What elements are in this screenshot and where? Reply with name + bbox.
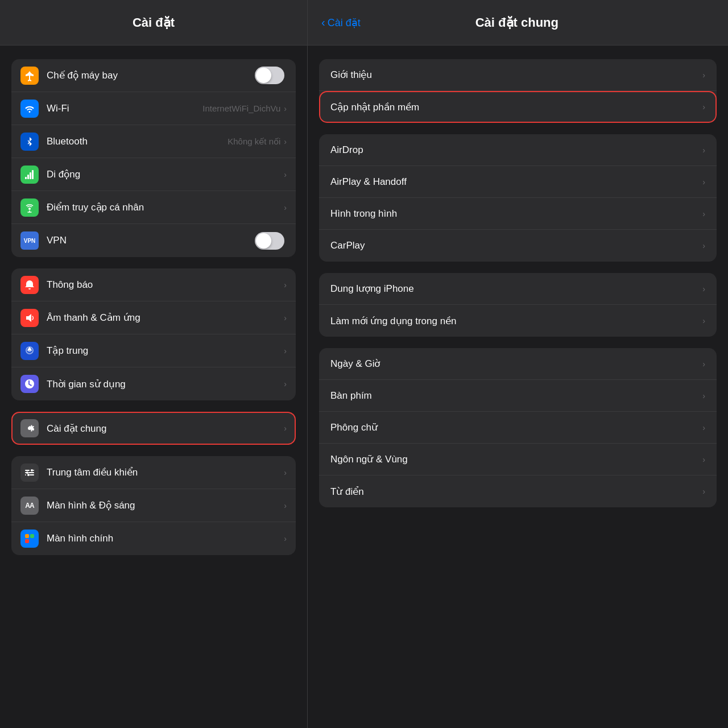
general-row[interactable]: Cài đặt chung › bbox=[11, 412, 296, 445]
dictionary-row[interactable]: Từ điển › bbox=[319, 475, 717, 507]
back-button[interactable]: ‹ Cài đặt bbox=[321, 16, 361, 29]
vpn-row[interactable]: VPN VPN bbox=[11, 224, 296, 257]
dictionary-chevron: › bbox=[702, 487, 705, 496]
hotspot-row[interactable]: Điểm truy cập cá nhân › bbox=[11, 191, 296, 224]
bluetooth-label: Bluetooth bbox=[47, 136, 228, 147]
svg-rect-17 bbox=[25, 539, 29, 543]
iphonestorage-row[interactable]: Dung lượng iPhone › bbox=[319, 273, 717, 305]
homescreen-icon-box bbox=[20, 530, 39, 548]
right-title-bar: ‹ Cài đặt Cài đặt chung bbox=[308, 0, 728, 46]
svg-rect-14 bbox=[30, 474, 34, 475]
softwareupdate-row[interactable]: Cập nhật phần mềm › bbox=[319, 91, 717, 123]
svg-rect-0 bbox=[25, 177, 27, 179]
right-group-datetime: Ngày & Giờ › Bàn phím › Phông chữ › Ngôn… bbox=[319, 348, 717, 507]
wifi-row[interactable]: Wi-Fi InternetWiFi_DichVu › bbox=[11, 92, 296, 125]
datetime-row[interactable]: Ngày & Giờ › bbox=[319, 348, 717, 380]
airdrop-row[interactable]: AirDrop › bbox=[319, 134, 717, 166]
airplane-row[interactable]: Chế độ máy bay bbox=[11, 59, 296, 92]
display-label: Màn hình & Độ sáng bbox=[47, 499, 284, 511]
hotspot-label: Điểm truy cập cá nhân bbox=[47, 201, 284, 213]
vpn-label: VPN bbox=[47, 235, 255, 246]
display-group: Trung tâm điều khiển › AA Màn hình & Độ … bbox=[11, 456, 296, 555]
vpn-toggle[interactable] bbox=[255, 232, 284, 250]
svg-rect-7 bbox=[25, 472, 27, 473]
wifi-chevron: › bbox=[284, 104, 287, 113]
screentime-chevron: › bbox=[284, 379, 287, 388]
focus-row[interactable]: Tập trung › bbox=[11, 334, 296, 367]
sounds-icon-box bbox=[20, 309, 39, 327]
wifi-icon-box bbox=[20, 100, 39, 118]
vpn-icon-box: VPN bbox=[20, 231, 39, 250]
datetime-label: Ngày & Giờ bbox=[330, 358, 702, 370]
backgroundrefresh-label: Làm mới ứng dụng trong nền bbox=[330, 315, 702, 327]
homescreen-label: Màn hình chính bbox=[47, 533, 284, 544]
keyboard-row[interactable]: Bàn phím › bbox=[319, 380, 717, 412]
carplay-label: CarPlay bbox=[330, 240, 702, 251]
iphonestorage-chevron: › bbox=[702, 284, 705, 293]
display-chevron: › bbox=[284, 501, 287, 510]
right-panel: ‹ Cài đặt Cài đặt chung Giới thiệu › Cập… bbox=[308, 0, 728, 728]
right-content: Giới thiệu › Cập nhật phần mềm › AirDrop… bbox=[308, 46, 728, 521]
general-label: Cài đặt chung bbox=[47, 423, 284, 435]
svg-rect-15 bbox=[25, 534, 29, 538]
font-chevron: › bbox=[702, 423, 705, 432]
about-chevron: › bbox=[702, 71, 705, 80]
homescreen-row[interactable]: Màn hình chính › bbox=[11, 522, 296, 555]
notifications-icon-box bbox=[20, 276, 39, 294]
controlcenter-label: Trung tâm điều khiển bbox=[47, 466, 284, 478]
backgroundrefresh-chevron: › bbox=[702, 316, 705, 325]
controlcenter-row[interactable]: Trung tâm điều khiển › bbox=[11, 456, 296, 489]
svg-marker-5 bbox=[26, 314, 31, 322]
airplay-chevron: › bbox=[702, 177, 705, 187]
svg-rect-16 bbox=[30, 534, 34, 538]
pictureinpicture-label: Hình trong hình bbox=[330, 208, 702, 220]
svg-point-9 bbox=[31, 469, 33, 471]
screentime-icon-box bbox=[20, 375, 39, 393]
sounds-row[interactable]: Âm thanh & Cảm ứng › bbox=[11, 301, 296, 334]
language-row[interactable]: Ngôn ngữ & Vùng › bbox=[319, 444, 717, 475]
svg-rect-2 bbox=[30, 172, 31, 179]
carplay-row[interactable]: CarPlay › bbox=[319, 230, 717, 262]
carplay-chevron: › bbox=[702, 241, 705, 250]
iphonestorage-label: Dung lượng iPhone bbox=[330, 283, 702, 295]
svg-rect-1 bbox=[27, 175, 29, 179]
notifications-row[interactable]: Thông báo › bbox=[11, 268, 296, 301]
left-title: Cài đặt bbox=[133, 15, 175, 30]
language-label: Ngôn ngữ & Vùng bbox=[330, 453, 702, 465]
right-group-storage: Dung lượng iPhone › Làm mới ứng dụng tro… bbox=[319, 273, 717, 337]
controlcenter-icon-box bbox=[20, 464, 39, 482]
focus-icon-box bbox=[20, 342, 39, 360]
right-group-top: Giới thiệu › Cập nhật phần mềm › bbox=[319, 59, 717, 123]
svg-rect-13 bbox=[25, 474, 26, 475]
pictureinpicture-row[interactable]: Hình trong hình › bbox=[319, 198, 717, 230]
back-label: Cài đặt bbox=[328, 16, 361, 29]
font-row[interactable]: Phông chữ › bbox=[319, 412, 717, 444]
right-title: Cài đặt chung bbox=[365, 15, 669, 30]
mobile-label: Di động bbox=[47, 168, 284, 180]
svg-rect-18 bbox=[30, 539, 34, 543]
airplane-toggle[interactable] bbox=[255, 67, 284, 84]
hotspot-icon-box bbox=[20, 198, 39, 217]
wifi-label: Wi-Fi bbox=[47, 103, 202, 114]
backgroundrefresh-row[interactable]: Làm mới ứng dụng trong nền › bbox=[319, 305, 717, 337]
airdrop-label: AirDrop bbox=[330, 144, 702, 156]
about-row[interactable]: Giới thiệu › bbox=[319, 59, 717, 91]
sounds-chevron: › bbox=[284, 313, 287, 322]
keyboard-label: Bàn phím bbox=[330, 390, 702, 402]
airplay-row[interactable]: AirPlay & Handoff › bbox=[319, 166, 717, 198]
font-label: Phông chữ bbox=[330, 421, 702, 433]
sounds-label: Âm thanh & Cảm ứng bbox=[47, 312, 284, 324]
screentime-row[interactable]: Thời gian sử dụng › bbox=[11, 367, 296, 400]
general-chevron: › bbox=[284, 424, 287, 433]
language-chevron: › bbox=[702, 455, 705, 464]
keyboard-chevron: › bbox=[702, 391, 705, 400]
mobile-row[interactable]: Di động › bbox=[11, 158, 296, 191]
general-group: Cài đặt chung › bbox=[11, 412, 296, 445]
svg-rect-3 bbox=[32, 170, 34, 179]
softwareupdate-label: Cập nhật phần mềm bbox=[330, 101, 702, 113]
homescreen-chevron: › bbox=[284, 534, 287, 543]
svg-point-4 bbox=[28, 208, 31, 210]
airplane-icon-box bbox=[20, 67, 39, 85]
bluetooth-row[interactable]: Bluetooth Không kết nối › bbox=[11, 125, 296, 158]
display-row[interactable]: AA Màn hình & Độ sáng › bbox=[11, 489, 296, 522]
